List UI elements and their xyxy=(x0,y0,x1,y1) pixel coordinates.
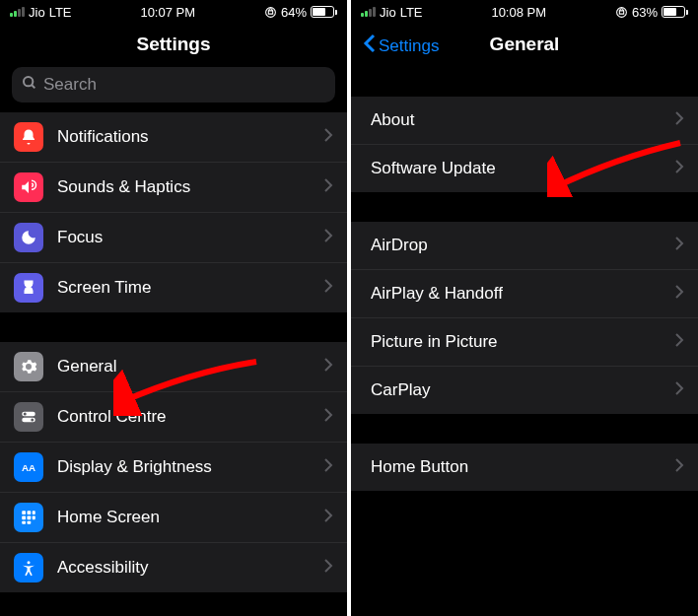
battery-pct: 64% xyxy=(281,5,307,20)
row-pip[interactable]: Picture in Picture xyxy=(351,318,698,367)
back-button[interactable]: Settings xyxy=(363,34,439,58)
focus-icon xyxy=(14,223,43,252)
row-notifications[interactable]: Notifications xyxy=(0,112,347,163)
row-label: Control Centre xyxy=(57,407,323,427)
clock-label: 10:07 PM xyxy=(140,5,195,20)
display-icon: AA xyxy=(14,452,43,482)
row-focus[interactable]: Focus xyxy=(0,213,347,263)
carrier-label: Jio xyxy=(29,5,45,20)
chevron-right-icon xyxy=(674,110,684,130)
chevron-right-icon xyxy=(674,380,684,400)
search-icon xyxy=(22,75,37,95)
row-label: Accessibility xyxy=(57,558,323,578)
general-screen: Jio LTE 10:08 PM 63% Settings General Ab… xyxy=(351,0,698,616)
notifications-icon xyxy=(14,122,43,152)
settings-screen: Jio LTE 10:07 PM 64% Settings Search Not… xyxy=(0,0,347,616)
chevron-right-icon xyxy=(674,457,684,477)
signal-icon xyxy=(361,7,376,17)
svg-text:AA: AA xyxy=(22,462,35,473)
sounds-icon xyxy=(14,172,43,202)
row-about[interactable]: About xyxy=(351,97,698,145)
chevron-left-icon xyxy=(363,34,377,58)
chevron-right-icon xyxy=(323,508,333,527)
svg-rect-9 xyxy=(28,511,32,514)
chevron-right-icon xyxy=(674,332,684,352)
row-label: AirDrop xyxy=(365,232,674,259)
row-display[interactable]: AA Display & Brightness xyxy=(0,443,347,493)
search-input[interactable]: Search xyxy=(12,67,335,103)
svg-rect-10 xyxy=(33,511,35,514)
battery-icon xyxy=(311,6,337,18)
svg-rect-13 xyxy=(33,516,35,520)
row-carplay[interactable]: CarPlay xyxy=(351,367,698,414)
row-control[interactable]: Control Centre xyxy=(0,392,347,443)
signal-icon xyxy=(10,7,25,17)
svg-point-6 xyxy=(31,419,34,422)
chevron-right-icon xyxy=(323,127,333,147)
row-label: Screen Time xyxy=(57,278,323,298)
nav-header: Settings General xyxy=(351,24,698,67)
svg-rect-8 xyxy=(22,511,26,514)
network-label: LTE xyxy=(400,5,423,20)
row-airdrop[interactable]: AirDrop xyxy=(351,222,698,270)
svg-point-1 xyxy=(24,77,33,86)
control-centre-icon xyxy=(14,402,43,432)
row-label: Display & Brightness xyxy=(57,457,323,477)
row-label: Sounds & Haptics xyxy=(57,177,323,197)
row-accessibility[interactable]: Accessibility xyxy=(0,543,347,592)
nav-header: Settings xyxy=(0,24,347,67)
row-label: Picture in Picture xyxy=(365,328,674,356)
row-label: Software Update xyxy=(365,155,674,182)
home-screen-icon xyxy=(14,503,43,532)
row-home[interactable]: Home Screen xyxy=(0,493,347,543)
chevron-right-icon xyxy=(323,228,333,247)
orientation-lock-icon xyxy=(264,6,277,19)
svg-rect-14 xyxy=(22,521,26,524)
clock-label: 10:08 PM xyxy=(491,5,546,20)
chevron-right-icon xyxy=(674,284,684,304)
network-label: LTE xyxy=(49,5,72,20)
row-label: Home Button xyxy=(365,453,674,481)
row-airplay[interactable]: AirPlay & Handoff xyxy=(351,270,698,318)
back-label: Settings xyxy=(379,36,439,56)
svg-line-2 xyxy=(32,85,35,88)
row-label: About xyxy=(365,106,674,134)
row-screentime[interactable]: Screen Time xyxy=(0,263,347,312)
chevron-right-icon xyxy=(674,159,684,178)
chevron-right-icon xyxy=(674,236,684,255)
screentime-icon xyxy=(14,273,43,303)
svg-rect-11 xyxy=(22,516,26,520)
carrier-label: Jio xyxy=(380,5,396,20)
row-label: Notifications xyxy=(57,127,323,147)
row-label: General xyxy=(57,357,323,376)
row-label: AirPlay & Handoff xyxy=(365,280,674,308)
chevron-right-icon xyxy=(323,278,333,298)
chevron-right-icon xyxy=(323,357,333,376)
svg-point-16 xyxy=(28,561,31,564)
general-icon xyxy=(14,352,43,381)
chevron-right-icon xyxy=(323,407,333,427)
svg-rect-12 xyxy=(28,516,32,520)
battery-icon xyxy=(662,6,688,18)
chevron-right-icon xyxy=(323,558,333,578)
status-bar: Jio LTE 10:08 PM 63% xyxy=(351,0,698,24)
page-title: Settings xyxy=(0,34,347,55)
row-sounds[interactable]: Sounds & Haptics xyxy=(0,163,347,213)
row-general[interactable]: General xyxy=(0,342,347,392)
svg-point-5 xyxy=(24,413,27,416)
accessibility-icon xyxy=(14,553,43,582)
row-label: CarPlay xyxy=(365,376,674,404)
status-bar: Jio LTE 10:07 PM 64% xyxy=(0,0,347,24)
row-label: Home Screen xyxy=(57,508,323,527)
orientation-lock-icon xyxy=(615,6,628,19)
row-home-button[interactable]: Home Button xyxy=(351,444,698,491)
battery-pct: 63% xyxy=(632,5,658,20)
svg-rect-15 xyxy=(28,521,32,524)
search-placeholder: Search xyxy=(43,75,97,95)
row-software-update[interactable]: Software Update xyxy=(351,145,698,192)
row-label: Focus xyxy=(57,228,323,247)
chevron-right-icon xyxy=(323,457,333,477)
chevron-right-icon xyxy=(323,177,333,197)
